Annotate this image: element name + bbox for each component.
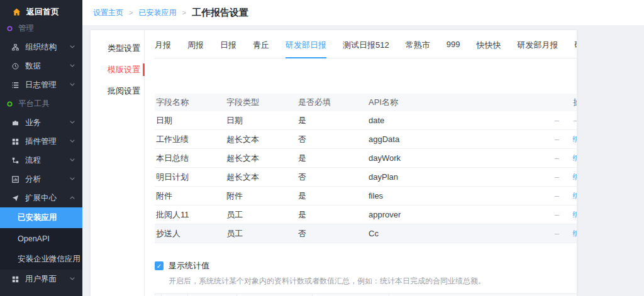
show-stats-checkbox[interactable]: ✓ [155, 261, 164, 270]
chevron-down-icon [70, 158, 75, 162]
extension-center-submenu: 已安装应用 OpenAPI 安装企业微信应用 [0, 207, 82, 270]
chevron-down-icon [70, 277, 75, 280]
table-row: 工作业绩 超长文本 否 aggData – 编辑 ↓ [155, 130, 577, 149]
disabled-action: – [547, 116, 566, 125]
sidebar-subitem-install-wecom-app[interactable]: 安装企业微信应用 [0, 249, 82, 270]
chevron-down-icon [70, 64, 75, 67]
chevron-down-icon [70, 121, 75, 124]
tab-weekly-report[interactable]: 周报 [187, 40, 204, 58]
sidebar-item-user-interface[interactable]: 用户界面 [0, 270, 82, 288]
stats-description: 开启后，系统统计某个对象内的资料计数或者数值汇总，例如：统计本日完成的合同业绩总… [169, 276, 577, 287]
disabled-action: – [566, 116, 577, 125]
table-row: 批阅人11 员工 是 approver – 编辑 ↓ [155, 206, 577, 224]
sidebar-item-org-structure[interactable]: 组织结构 [0, 38, 82, 57]
breadcrumb-separator: > [182, 9, 186, 16]
sidebar-section-admin: 管理 [0, 19, 82, 38]
settings-nav: 类型设置 模版设置 批阅设置 [91, 30, 144, 296]
breadcrumb: 设置主页 > 已安装应用 > 工作报告设置 [82, 0, 644, 25]
breadcrumb-separator: > [129, 9, 133, 16]
ui-layout-icon [11, 276, 19, 283]
sidebar-item-log-management[interactable]: 日志管理 [0, 75, 82, 94]
sidebar-item-business[interactable]: 业务 [0, 113, 82, 132]
sidebar-section-platform-tools: 平台工具 [0, 94, 82, 113]
settings-nav-review[interactable]: 批阅设置 [91, 80, 144, 102]
settings-card: 类型设置 模版设置 批阅设置 月报 周报 日报 青丘 研发部日报 [90, 30, 577, 296]
main-area: 设置主页 > 已安装应用 > 工作报告设置 类型设置 模版设置 批阅设置 [82, 0, 644, 296]
sidebar: 返回首页 管理 组织结构 数据 日志管理 [0, 0, 82, 296]
org-structure-icon [11, 44, 19, 51]
tab-rd-daily-report[interactable]: 研发部日报 [286, 40, 326, 58]
extension-plane-icon [11, 195, 19, 202]
sidebar-subitem-openapi[interactable]: OpenAPI [0, 228, 82, 249]
admin-ring-icon [7, 26, 13, 31]
sidebar-item-extension-center[interactable]: 扩展中心 [0, 189, 82, 207]
edit-link[interactable]: 编辑 [566, 228, 577, 239]
settings-nav-template[interactable]: 模版设置 [91, 59, 144, 80]
fields-table: 字段名称 字段类型 是否必填 API名称 操作 日期 日期 是 date – – [155, 94, 577, 243]
stats-section: ✓ 显示统计值 开启后，系统统计某个对象内的资料计数或者数值汇总，例如：统计本日… [155, 260, 577, 287]
tab-999[interactable]: 999 [447, 40, 460, 58]
settings-nav-type[interactable]: 类型设置 [91, 38, 144, 59]
tab-rd-monthly-report[interactable]: 研发部月报 [517, 40, 558, 58]
report-tabs: 月报 周报 日报 青丘 研发部日报 测试日报512 常熟市 999 快快快 研发… [155, 30, 577, 58]
edit-link[interactable]: 编辑 [566, 172, 577, 183]
analysis-chart-icon [11, 176, 19, 183]
disabled-action: – [547, 229, 566, 238]
template-settings-content: 月报 周报 日报 青丘 研发部日报 测试日报512 常熟市 999 快快快 研发… [144, 30, 577, 296]
sidebar-item-analysis[interactable]: 分析 [0, 170, 82, 189]
table-row: 抄送人 员工 否 Cc – 编辑 ↓ [155, 224, 577, 243]
edit-link[interactable]: 编辑 [566, 190, 577, 202]
stats-table-partial [155, 293, 577, 296]
disabled-action: – [547, 134, 566, 144]
sidebar-item-flow[interactable]: 流程 [0, 151, 82, 170]
table-row: 本日总结 超长文本 是 dayWork – 编辑 ↓ [155, 149, 577, 168]
back-to-home-button[interactable]: 返回首页 [0, 5, 82, 19]
tab-changshu[interactable]: 常熟市 [406, 40, 430, 58]
page-background: 类型设置 模版设置 批阅设置 月报 周报 日报 青丘 研发部日报 [82, 25, 644, 296]
tab-qingqiu[interactable]: 青丘 [253, 40, 269, 58]
edit-link[interactable]: 编辑 [566, 209, 577, 221]
table-row: 明日计划 超长文本 否 dayPlan – 编辑 ↓ [155, 168, 577, 187]
log-list-icon [11, 82, 19, 89]
sidebar-item-data[interactable]: 数据 [0, 57, 82, 75]
home-icon [13, 8, 21, 16]
disabled-action: – [547, 153, 566, 163]
show-stats-label: 显示统计值 [169, 260, 209, 271]
disabled-action: – [547, 191, 566, 200]
tab-monthly-report[interactable]: 月报 [155, 40, 171, 58]
chevron-down-icon [70, 45, 75, 48]
back-to-home-label: 返回首页 [26, 6, 59, 18]
tab-rd-weekly-report[interactable]: 研发部周报 [574, 40, 577, 58]
plugin-grid-icon [11, 138, 19, 145]
platform-ring-icon [7, 101, 13, 107]
disabled-action: – [547, 210, 566, 219]
chevron-down-icon [70, 140, 75, 143]
chevron-down-icon [70, 83, 75, 86]
data-clock-icon [11, 63, 19, 70]
tab-daily-report[interactable]: 日报 [220, 40, 236, 58]
table-header-row: 字段名称 字段类型 是否必填 API名称 操作 [155, 94, 577, 111]
active-indicator-bar [143, 63, 145, 76]
edit-link[interactable]: 编辑 [566, 153, 577, 164]
breadcrumb-link-installed-apps[interactable]: 已安装应用 [138, 8, 176, 18]
sidebar-item-plugin-management[interactable]: 插件管理 [0, 132, 82, 151]
chevron-down-icon [70, 177, 75, 180]
tab-kuaikuaikuai[interactable]: 快快快 [476, 40, 501, 58]
chevron-up-icon [70, 196, 75, 199]
flow-icon [11, 157, 19, 164]
sidebar-subitem-installed-apps[interactable]: 已安装应用 [0, 207, 82, 228]
table-row: 日期 日期 是 date – – – [155, 111, 577, 130]
edit-link[interactable]: 编辑 [566, 134, 577, 145]
disabled-action: – [547, 172, 566, 182]
table-row: 附件 附件 是 files – 编辑 ↓ [155, 187, 577, 206]
breadcrumb-link-settings-home[interactable]: 设置主页 [93, 8, 123, 18]
tab-test-daily-512[interactable]: 测试日报512 [343, 40, 389, 58]
briefcase-icon [11, 119, 19, 126]
page-title: 工作报告设置 [192, 7, 248, 19]
